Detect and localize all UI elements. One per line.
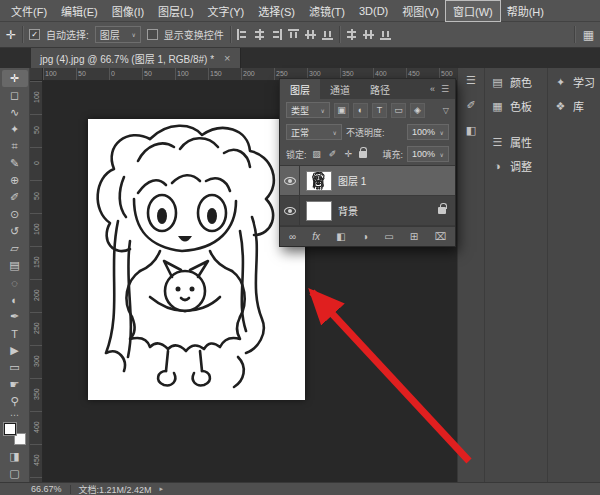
color-swatches[interactable] (4, 423, 26, 445)
lock-all-icon[interactable] (359, 151, 367, 158)
screen-mode-icon[interactable]: ▢ (2, 465, 28, 482)
marquee-tool[interactable]: ◻ (2, 87, 28, 104)
healing-brush-tool[interactable]: ⊕ (2, 172, 28, 189)
filter-toggle-icon[interactable]: ▽ (443, 106, 449, 115)
gradient-tool[interactable]: ▤ (2, 257, 28, 274)
panel-color[interactable]: ▤ 颜色 (485, 70, 547, 94)
status-menu-arrow-icon[interactable]: ▸ (160, 485, 164, 493)
menu-help[interactable]: 帮助(H) (500, 1, 551, 21)
layer-row-background[interactable]: 背景 (280, 196, 455, 226)
document-canvas[interactable] (88, 119, 305, 400)
new-group-icon[interactable]: ▭ (384, 231, 393, 242)
blur-tool[interactable]: ◌ (2, 274, 28, 291)
menu-view[interactable]: 视图(V) (395, 1, 446, 21)
visibility-toggle[interactable] (280, 196, 300, 225)
panel-learn[interactable]: ✦ 学习 (548, 70, 600, 94)
menu-filter[interactable]: 滤镜(T) (302, 1, 352, 21)
align-bottom-icon[interactable] (322, 29, 333, 40)
dodge-tool[interactable]: ◐ (2, 291, 28, 308)
zoom-tool[interactable]: ⚲ (2, 393, 28, 410)
panel-libraries[interactable]: ❖ 库 (548, 94, 600, 118)
menu-3d[interactable]: 3D(D) (352, 3, 395, 19)
quick-selection-tool[interactable]: ✦ (2, 121, 28, 138)
edit-toolbar-icon[interactable]: ⋯ (10, 410, 19, 420)
fill-dropdown[interactable]: 100% ∨ (407, 146, 449, 162)
panel-collapse-icon[interactable]: « (430, 84, 435, 94)
panel-strip-sliders-icon[interactable]: ☰ (466, 74, 476, 87)
tab-channels[interactable]: 通道 (320, 79, 360, 99)
zoom-level[interactable]: 66.67% (31, 484, 62, 494)
distribute-horizontal-icon[interactable] (346, 29, 357, 40)
tab-paths[interactable]: 路径 (360, 79, 400, 99)
layer-name[interactable]: 背景 (338, 203, 358, 218)
filter-kind-dropdown[interactable]: 类型 ∨ (286, 102, 330, 118)
layer-row-layer1[interactable]: 图层 1 (280, 166, 455, 196)
visibility-toggle[interactable] (280, 166, 300, 195)
panel-swatches[interactable]: ▦ 色板 (485, 94, 547, 118)
lasso-tool[interactable]: ∿ (2, 104, 28, 121)
history-brush-tool[interactable]: ↺ (2, 223, 28, 240)
crop-tool[interactable]: ⌗ (2, 138, 28, 155)
align-center-icon[interactable] (254, 29, 265, 40)
auto-select-checkbox[interactable]: ✓ (29, 29, 40, 40)
layer-name[interactable]: 图层 1 (338, 173, 366, 188)
clone-stamp-tool[interactable]: ⊙ (2, 206, 28, 223)
align-right-icon[interactable] (271, 29, 282, 40)
align-middle-icon[interactable] (305, 29, 316, 40)
align-top-icon[interactable] (288, 29, 299, 40)
menu-file[interactable]: 文件(F) (4, 1, 54, 21)
foreground-color-swatch[interactable] (4, 423, 16, 435)
menu-window[interactable]: 窗口(W) (446, 1, 500, 21)
panel-strip-brush-icon[interactable]: ✐ (466, 99, 475, 112)
link-layers-icon[interactable]: ∞ (289, 231, 296, 242)
ruler-tick: 200 (30, 279, 43, 312)
align-left-icon[interactable] (237, 29, 248, 40)
lock-transparency-icon[interactable]: ▨ (311, 149, 323, 159)
ruler-tick: 50 (76, 68, 109, 80)
close-icon[interactable]: × (224, 52, 230, 64)
auto-select-dropdown[interactable]: 图层 ∨ (95, 26, 141, 43)
brush-tool[interactable]: ✐ (2, 189, 28, 206)
hand-tool[interactable]: ☛ (2, 376, 28, 393)
distribute-spacing-icon[interactable] (380, 29, 391, 40)
eyedropper-tool[interactable]: ✎ (2, 155, 28, 172)
move-tool[interactable]: ✛ (2, 70, 28, 87)
document-tab[interactable]: jpg (4).jpg @ 66.7% (图层 1, RGB/8#) * × (31, 48, 241, 68)
filter-adjustment-icon[interactable]: ◐ (353, 103, 368, 118)
adjustment-layer-icon[interactable]: ◑ (362, 231, 368, 242)
add-mask-icon[interactable]: ◧ (336, 231, 345, 242)
layer-style-icon[interactable]: fx (312, 231, 320, 242)
quick-mask-icon[interactable]: ◨ (2, 448, 28, 465)
layer-thumbnail[interactable] (306, 201, 332, 221)
pen-tool[interactable]: ✒ (2, 308, 28, 325)
blend-mode-dropdown[interactable]: 正常 ∨ (286, 124, 342, 140)
tab-layers[interactable]: 图层 (280, 79, 320, 99)
filter-smart-object-icon[interactable]: ◈ (410, 103, 425, 118)
panel-properties[interactable]: ☰ 属性 (485, 130, 547, 154)
path-selection-tool[interactable]: ▶ (2, 342, 28, 359)
opacity-dropdown[interactable]: 100% ∨ (407, 124, 449, 140)
menu-select[interactable]: 选择(S) (251, 1, 302, 21)
menu-layer[interactable]: 图层(L) (151, 1, 200, 21)
shape-tool[interactable]: ▭ (2, 359, 28, 376)
new-layer-icon[interactable]: ⊞ (410, 231, 418, 242)
filter-shape-icon[interactable]: ▭ (391, 103, 406, 118)
menu-type[interactable]: 文字(Y) (201, 1, 252, 21)
type-tool[interactable]: T (2, 325, 28, 342)
filter-type-icon[interactable]: T (372, 103, 387, 118)
filter-pixel-icon[interactable]: ▣ (334, 103, 349, 118)
lock-position-icon[interactable]: ✛ (343, 149, 355, 159)
lock-pixels-icon[interactable]: ✐ (327, 149, 339, 159)
distribute-vertical-icon[interactable] (363, 29, 374, 40)
delete-layer-icon[interactable]: ⌧ (434, 231, 446, 242)
menu-edit[interactable]: 编辑(E) (54, 1, 105, 21)
panel-menu-icon[interactable]: ☰ (441, 84, 449, 94)
show-transform-checkbox[interactable] (147, 29, 158, 40)
panel-adjustments[interactable]: ◑ 调整 (485, 154, 547, 178)
workspace-switcher-icon[interactable]: ▦ (583, 28, 594, 42)
layer-thumbnail[interactable] (306, 171, 332, 191)
panel-strip-mask-icon[interactable]: ◧ (466, 124, 476, 137)
ruler-origin[interactable] (30, 68, 43, 81)
eraser-tool[interactable]: ▱ (2, 240, 28, 257)
menu-image[interactable]: 图像(I) (105, 1, 151, 21)
